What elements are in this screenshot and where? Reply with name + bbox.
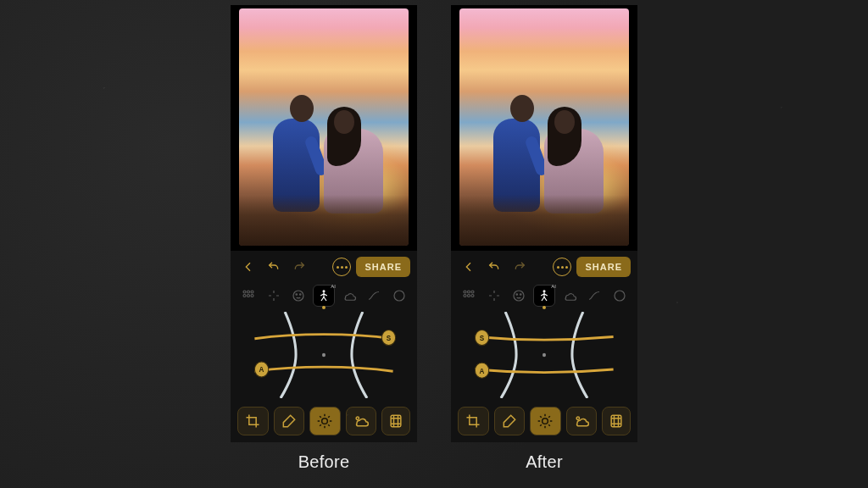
photo-viewport <box>451 5 637 251</box>
tab-film[interactable] <box>602 407 631 435</box>
svg-point-27 <box>520 294 522 296</box>
knob-s[interactable]: S <box>381 330 395 346</box>
tool-sky[interactable] <box>338 285 360 307</box>
svg-point-24 <box>471 295 474 297</box>
svg-point-19 <box>464 291 466 293</box>
tool-autofix[interactable] <box>237 285 259 307</box>
tool-vignette[interactable] <box>609 285 631 307</box>
svg-point-26 <box>516 294 518 296</box>
svg-point-0 <box>243 291 246 293</box>
svg-point-5 <box>251 295 253 297</box>
tab-color[interactable] <box>346 407 377 435</box>
bottom-bar <box>451 402 637 442</box>
top-bar: SHARE <box>451 251 637 281</box>
ai-badge: AI <box>551 284 556 289</box>
svg-point-29 <box>615 291 625 301</box>
svg-rect-18 <box>391 415 401 426</box>
svg-point-35 <box>542 419 548 424</box>
svg-point-9 <box>322 290 325 292</box>
svg-point-21 <box>471 291 474 293</box>
tab-color[interactable] <box>566 407 598 435</box>
phone-frame-after: SHARE AI <box>451 5 637 442</box>
svg-text:S: S <box>480 334 485 343</box>
tab-light[interactable] <box>309 407 341 435</box>
tab-film[interactable] <box>381 407 410 435</box>
tool-sky[interactable] <box>559 285 581 307</box>
svg-point-28 <box>542 290 545 292</box>
svg-point-36 <box>576 417 579 419</box>
redo-button[interactable] <box>288 256 310 278</box>
body-curve-editor[interactable]: S A <box>237 312 410 398</box>
editor-chrome: SHARE AI <box>451 251 637 442</box>
svg-point-22 <box>464 295 466 297</box>
share-button[interactable]: SHARE <box>576 257 631 277</box>
after-label: After <box>526 452 563 472</box>
undo-button[interactable] <box>263 256 285 278</box>
svg-point-11 <box>322 353 326 358</box>
knob-a[interactable]: A <box>475 363 488 378</box>
tool-sparkle[interactable] <box>263 285 285 307</box>
tool-row: AI <box>451 281 637 308</box>
svg-text:A: A <box>480 366 485 375</box>
ai-badge: AI <box>331 284 336 289</box>
tool-curve[interactable] <box>583 285 605 307</box>
tab-light[interactable] <box>530 407 561 435</box>
bottom-bar <box>231 402 417 442</box>
selected-dot <box>542 306 546 309</box>
edited-photo <box>239 8 409 246</box>
share-button[interactable]: SHARE <box>356 257 410 277</box>
svg-text:A: A <box>259 365 264 374</box>
back-button[interactable] <box>458 256 480 278</box>
svg-point-7 <box>296 294 298 296</box>
more-button[interactable] <box>331 256 353 278</box>
tab-erase[interactable] <box>274 407 305 435</box>
svg-point-8 <box>300 294 302 296</box>
tool-row: AI <box>231 281 417 308</box>
svg-point-25 <box>514 291 524 301</box>
svg-point-23 <box>467 295 470 297</box>
edited-photo <box>459 8 629 246</box>
tab-crop[interactable] <box>458 407 489 435</box>
tab-erase[interactable] <box>494 407 526 435</box>
svg-point-2 <box>251 291 253 293</box>
svg-point-10 <box>394 291 404 301</box>
svg-point-17 <box>356 417 359 419</box>
selected-dot <box>322 306 326 309</box>
tool-body-ai[interactable]: AI <box>533 285 555 307</box>
svg-point-20 <box>467 291 470 293</box>
undo-button[interactable] <box>483 256 505 278</box>
after-column: SHARE AI <box>451 5 637 472</box>
photo-viewport <box>231 5 417 251</box>
svg-text:S: S <box>387 334 392 343</box>
before-label: Before <box>298 452 350 472</box>
svg-point-6 <box>293 291 303 301</box>
more-button[interactable] <box>551 256 573 278</box>
svg-point-30 <box>542 353 546 358</box>
tab-crop[interactable] <box>237 407 269 435</box>
body-curve-editor[interactable]: S A <box>458 312 631 398</box>
phone-frame-before: SHARE AI <box>231 5 417 442</box>
tool-body-ai[interactable]: AI <box>313 285 335 307</box>
comparison-stage: SHARE AI <box>0 0 868 472</box>
back-button[interactable] <box>237 256 259 278</box>
svg-point-16 <box>322 419 328 424</box>
tool-sparkle[interactable] <box>483 285 505 307</box>
before-column: SHARE AI <box>231 5 417 472</box>
knob-s[interactable]: S <box>475 330 488 346</box>
editor-chrome: SHARE AI <box>231 251 417 442</box>
tool-curve[interactable] <box>363 285 385 307</box>
tool-face[interactable] <box>508 285 530 307</box>
tool-face[interactable] <box>287 285 309 307</box>
svg-rect-37 <box>611 415 621 426</box>
top-bar: SHARE <box>231 251 417 281</box>
knob-a[interactable]: A <box>254 362 268 377</box>
svg-point-4 <box>247 295 249 297</box>
svg-point-3 <box>243 295 246 297</box>
tool-autofix[interactable] <box>458 285 480 307</box>
redo-button[interactable] <box>509 256 531 278</box>
svg-point-1 <box>247 291 249 293</box>
tool-vignette[interactable] <box>388 285 410 307</box>
